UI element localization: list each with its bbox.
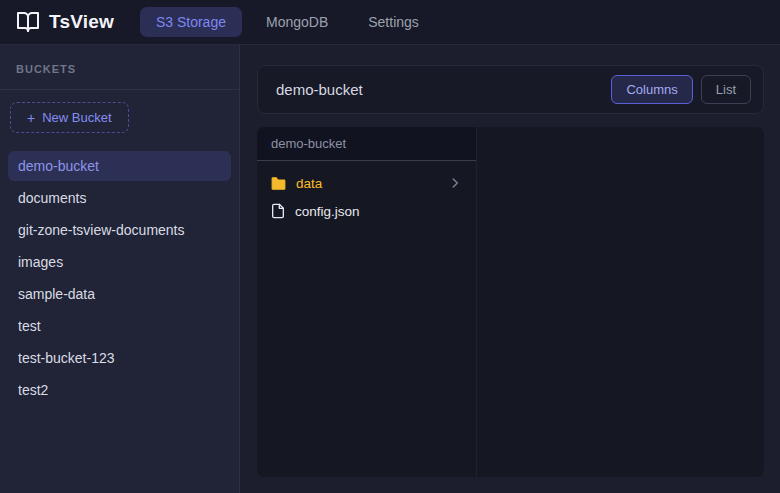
view-toggle: Columns List <box>611 75 751 104</box>
bucket-item-git-zone-tsview-documents[interactable]: git-zone-tsview-documents <box>8 215 231 245</box>
columns-view-button[interactable]: Columns <box>611 75 692 104</box>
folder-icon <box>270 175 287 192</box>
bucket-item-documents[interactable]: documents <box>8 183 231 213</box>
bucket-item-test2[interactable]: test2 <box>8 375 231 405</box>
buckets-section-title: BUCKETS <box>16 63 76 75</box>
app-title: TsView <box>49 11 114 33</box>
buckets-sidebar: BUCKETS + New Bucket demo-bucket documen… <box>0 45 240 493</box>
app-logo: TsView <box>16 10 114 34</box>
top-bar: TsView S3 Storage MongoDB Settings <box>0 0 780 45</box>
chevron-right-icon <box>448 176 462 190</box>
entry-config-json-file[interactable]: config.json <box>257 197 476 225</box>
content-layout: BUCKETS + New Bucket demo-bucket documen… <box>0 45 780 493</box>
tab-s3-storage[interactable]: S3 Storage <box>140 7 242 37</box>
book-open-icon <box>16 10 40 34</box>
sidebar-actions: + New Bucket <box>0 90 239 143</box>
bucket-item-demo-bucket[interactable]: demo-bucket <box>8 151 231 181</box>
file-icon <box>270 203 286 219</box>
plus-icon: + <box>27 111 35 125</box>
bucket-item-test[interactable]: test <box>8 311 231 341</box>
main-nav: S3 Storage MongoDB Settings <box>140 7 435 37</box>
columns-browser: demo-bucket data <box>257 127 764 477</box>
entry-label: data <box>296 176 322 191</box>
bucket-item-test-bucket-123[interactable]: test-bucket-123 <box>8 343 231 373</box>
column-header: demo-bucket <box>257 127 476 161</box>
new-bucket-label: New Bucket <box>42 110 111 125</box>
list-view-button[interactable]: List <box>701 75 751 104</box>
bucket-item-images[interactable]: images <box>8 247 231 277</box>
tab-mongodb[interactable]: MongoDB <box>250 7 344 37</box>
sidebar-section-header: BUCKETS <box>0 45 239 90</box>
column-body: data <box>257 161 476 233</box>
entry-data-folder[interactable]: data <box>257 169 476 197</box>
current-bucket-title: demo-bucket <box>276 81 363 98</box>
bucket-toolbar: demo-bucket Columns List <box>257 65 764 114</box>
new-bucket-button[interactable]: + New Bucket <box>10 102 129 133</box>
main-panel: demo-bucket Columns List demo-bucket d <box>240 45 780 493</box>
bucket-list: demo-bucket documents git-zone-tsview-do… <box>0 143 239 415</box>
bucket-item-sample-data[interactable]: sample-data <box>8 279 231 309</box>
browser-column: demo-bucket data <box>257 127 477 477</box>
tab-settings[interactable]: Settings <box>352 7 435 37</box>
entry-label: config.json <box>295 204 360 219</box>
